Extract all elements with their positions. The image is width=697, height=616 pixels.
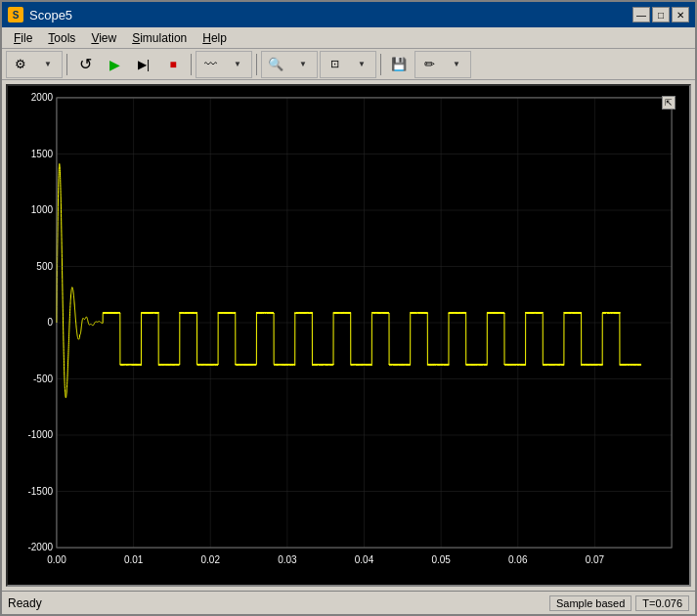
save-button[interactable]: 💾 (385, 52, 413, 77)
status-right: Sample based T=0.076 (549, 595, 689, 611)
settings-dropdown[interactable]: ▼ (34, 52, 62, 77)
title-bar: S Scope5 — □ ✕ (2, 2, 695, 27)
maximize-button[interactable]: □ (652, 7, 670, 22)
plot-outer: ⇱ (6, 84, 691, 587)
close-button[interactable]: ✕ (672, 7, 689, 22)
window-title: Scope5 (29, 8, 72, 22)
scope-canvas[interactable] (8, 86, 689, 585)
toolbar-separator-3 (256, 54, 257, 75)
plot-container: ⇱ (2, 80, 695, 591)
expand-button[interactable]: ⇱ (662, 96, 675, 110)
toolbar-separator-2 (191, 54, 192, 75)
time-display: T=0.076 (635, 595, 689, 611)
main-window: S Scope5 — □ ✕ File Tools View Simulatio… (0, 0, 697, 616)
undo-button[interactable]: ↺ (71, 52, 99, 77)
title-controls: — □ ✕ (632, 7, 689, 22)
zoom-button[interactable]: 🔍 (262, 52, 289, 77)
step-button[interactable]: ▶| (130, 52, 157, 77)
properties-dropdown[interactable]: ▼ (443, 52, 470, 77)
properties-button[interactable]: ✏ (415, 52, 443, 77)
menu-file[interactable]: File (6, 29, 40, 47)
status-ready: Ready (8, 596, 42, 610)
menu-tools[interactable]: Tools (40, 29, 83, 47)
toolbar-separator-4 (380, 54, 381, 75)
toolbar: ⚙ ▼ ↺ ▶ ▶| ■ 〰 ▼ 🔍 ▼ ⊡ ▼ 💾 (2, 49, 695, 80)
menu-bar: File Tools View Simulation Help (2, 27, 695, 49)
status-bar: Ready Sample based T=0.076 (2, 591, 695, 614)
signal-button[interactable]: 〰 (196, 52, 224, 77)
minimize-button[interactable]: — (632, 7, 650, 22)
fit-axes-button[interactable]: ⊡ (321, 52, 348, 77)
menu-simulation[interactable]: Simulation (124, 29, 195, 47)
menu-help[interactable]: Help (195, 29, 235, 47)
toolbar-separator-1 (66, 54, 67, 75)
stop-button[interactable]: ■ (159, 52, 187, 77)
fit-axes-dropdown[interactable]: ▼ (348, 52, 375, 77)
play-button[interactable]: ▶ (101, 52, 128, 77)
sample-based-label: Sample based (549, 595, 632, 611)
menu-view[interactable]: View (83, 29, 124, 47)
zoom-dropdown[interactable]: ▼ (289, 52, 317, 77)
signal-dropdown[interactable]: ▼ (224, 52, 251, 77)
settings-button[interactable]: ⚙ (7, 52, 34, 77)
app-icon: S (8, 7, 23, 22)
